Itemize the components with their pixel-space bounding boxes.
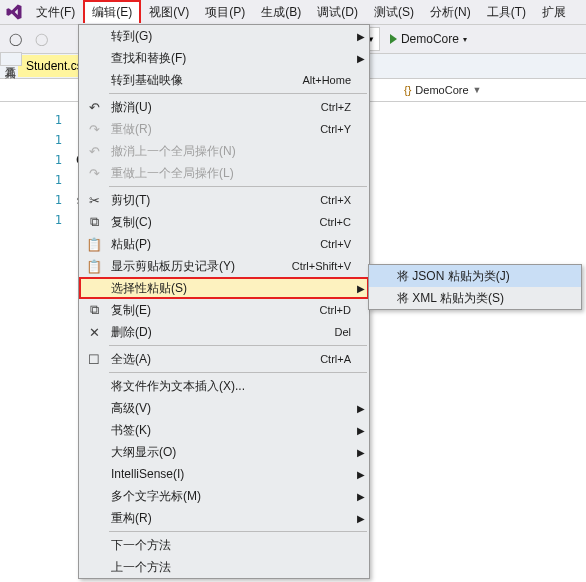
mi-next-method[interactable]: 下一个方法 [79, 534, 369, 556]
mi-redo-global[interactable]: ↷重做上一个全局操作(L) [79, 162, 369, 184]
mi-cliphist[interactable]: 📋显示剪贴板历史记录(Y)Ctrl+Shift+V [79, 255, 369, 277]
mi-goto[interactable]: 转到(G)▶ [79, 25, 369, 47]
cut-icon: ✂ [83, 189, 105, 211]
breadcrumb-namespace[interactable]: {} DemoCore ▼ [398, 84, 487, 96]
mi-paste-special[interactable]: 选择性粘贴(S)▶ [79, 277, 369, 299]
mi-undo-global[interactable]: ↶撤消上一个全局操作(N) [79, 140, 369, 162]
copy-icon: ⧉ [83, 299, 105, 321]
redo-icon: ↷ [83, 118, 105, 140]
nav-fwd-icon[interactable]: ◯ [30, 28, 52, 50]
mi-undo[interactable]: ↶撤消(U)Ctrl+Z [79, 96, 369, 118]
mi-prev-method[interactable]: 上一个方法 [79, 556, 369, 578]
nav-back-icon[interactable]: ◯ [4, 28, 26, 50]
menu-view[interactable]: 视图(V) [141, 1, 197, 24]
paste-icon: 📋 [83, 233, 105, 255]
menu-project[interactable]: 项目(P) [197, 1, 253, 24]
menu-debug[interactable]: 调试(D) [309, 1, 366, 24]
mi-intellisense[interactable]: IntelliSense(I)▶ [79, 463, 369, 485]
menu-tools[interactable]: 工具(T) [479, 1, 534, 24]
mi-delete[interactable]: ✕删除(D)Del [79, 321, 369, 343]
menu-edit[interactable]: 编辑(E) [83, 0, 141, 23]
menu-file[interactable]: 文件(F) [28, 1, 83, 24]
mi-paste[interactable]: 📋粘贴(P)Ctrl+V [79, 233, 369, 255]
mi-outlining[interactable]: 大纲显示(O)▶ [79, 441, 369, 463]
menu-analyze[interactable]: 分析(N) [422, 1, 479, 24]
run-button[interactable]: DemoCore▾ [384, 32, 473, 46]
copy-icon: ⧉ [83, 211, 105, 233]
line-gutter: 111111 [18, 110, 68, 230]
mi-insert-file[interactable]: 将文件作为文本插入(X)... [79, 375, 369, 397]
mi-copy[interactable]: ⧉复制(C)Ctrl+C [79, 211, 369, 233]
paste-special-submenu: 将 JSON 粘贴为类(J) 将 XML 粘贴为类(S) [368, 264, 582, 310]
mi-refactor[interactable]: 重构(R)▶ [79, 507, 369, 529]
edit-menu: 转到(G)▶ 查找和替换(F)▶ 转到基础映像Alt+Home ↶撤消(U)Ct… [78, 24, 370, 579]
mi-select-all[interactable]: ☐全选(A)Ctrl+A [79, 348, 369, 370]
mi-advanced[interactable]: 高级(V)▶ [79, 397, 369, 419]
mi-cut[interactable]: ✂剪切(T)Ctrl+X [79, 189, 369, 211]
delete-icon: ✕ [83, 321, 105, 343]
menu-ext[interactable]: 扩展 [534, 1, 574, 24]
mi-find[interactable]: 查找和替换(F)▶ [79, 47, 369, 69]
menu-build[interactable]: 生成(B) [253, 1, 309, 24]
mi-bookmarks[interactable]: 书签(K)▶ [79, 419, 369, 441]
redo-icon: ↷ [83, 162, 105, 184]
mi-gotobase[interactable]: 转到基础映像Alt+Home [79, 69, 369, 91]
mi-duplicate[interactable]: ⧉复制(E)Ctrl+D [79, 299, 369, 321]
mi-multicaret[interactable]: 多个文字光标(M)▶ [79, 485, 369, 507]
paste-icon: 📋 [83, 255, 105, 277]
menubar: 文件(F) 编辑(E) 视图(V) 项目(P) 生成(B) 调试(D) 测试(S… [0, 0, 586, 25]
mi-paste-xml[interactable]: 将 XML 粘贴为类(S) [369, 287, 581, 309]
toolbox-sidetab[interactable]: 工具箱 [0, 52, 22, 66]
undo-icon: ↶ [83, 96, 105, 118]
namespace-icon: {} [404, 84, 411, 96]
mi-paste-json[interactable]: 将 JSON 粘贴为类(J) [369, 265, 581, 287]
vs-logo-icon [0, 0, 28, 24]
selectall-icon: ☐ [83, 348, 105, 370]
menu-test[interactable]: 测试(S) [366, 1, 422, 24]
mi-redo[interactable]: ↷重做(R)Ctrl+Y [79, 118, 369, 140]
undo-icon: ↶ [83, 140, 105, 162]
